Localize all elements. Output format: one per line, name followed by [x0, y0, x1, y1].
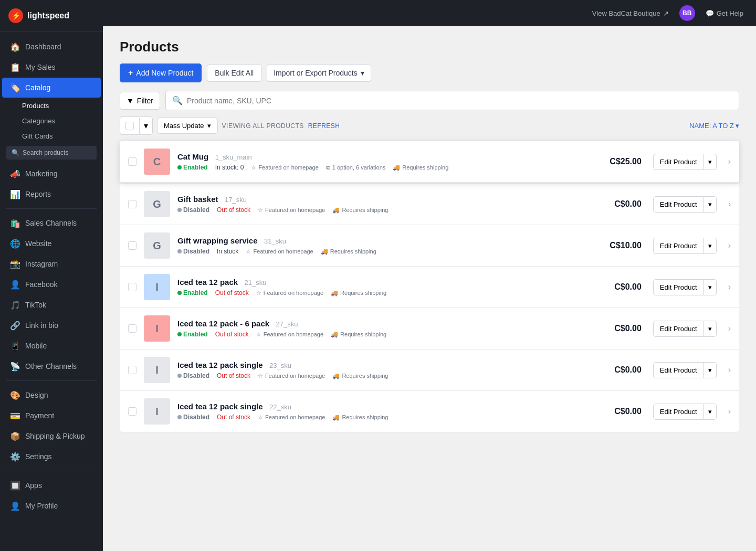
- my-sales-icon: 📋: [10, 62, 20, 72]
- logo-area[interactable]: ⚡ lightspeed: [0, 0, 103, 32]
- edit-product-dropdown[interactable]: ▾: [704, 404, 717, 420]
- search-icon: 🔍: [172, 96, 183, 105]
- product-price: C$0.00: [600, 324, 642, 333]
- product-status: Enabled: [177, 164, 208, 171]
- sidebar-item-instagram[interactable]: 📸 Instagram: [2, 254, 101, 274]
- product-sku: 21_sku: [245, 279, 267, 287]
- product-status: Enabled: [177, 331, 208, 338]
- search-products-icon: 🔍: [12, 149, 19, 156]
- sidebar-item-gift-cards[interactable]: Gift Cards: [0, 129, 103, 144]
- edit-dropdown-icon: ▾: [708, 200, 712, 208]
- action-bar: + Add New Product Bulk Edit All Import o…: [120, 63, 739, 82]
- select-all-button[interactable]: ▾: [120, 116, 153, 135]
- edit-product-dropdown[interactable]: ▾: [704, 362, 717, 378]
- row-checkbox[interactable]: [128, 157, 136, 166]
- sidebar-item-settings[interactable]: ⚙️ Settings: [2, 447, 101, 467]
- edit-product-dropdown[interactable]: ▾: [704, 196, 717, 213]
- product-thumbnail: G: [144, 191, 170, 217]
- row-checkbox[interactable]: [128, 366, 136, 374]
- sort-button[interactable]: NAME: A TO Z ▾: [689, 122, 739, 130]
- sidebar-item-tiktok[interactable]: 🎵 TikTok: [2, 295, 101, 315]
- edit-product-button[interactable]: Edit Product: [653, 279, 704, 295]
- row-checkbox[interactable]: [128, 241, 136, 250]
- product-status: Disabled: [177, 414, 209, 421]
- sidebar-item-catalog[interactable]: 🏷️ Catalog: [2, 78, 101, 98]
- filter-button[interactable]: ▼ Filter: [120, 92, 160, 110]
- product-info: Gift basket 17_sku Disabled Out of stock…: [177, 195, 592, 214]
- sidebar-item-categories[interactable]: Categories: [0, 113, 103, 129]
- star-icon: ☆: [258, 207, 263, 214]
- sidebar-item-apps[interactable]: 🔲 Apps: [2, 475, 101, 495]
- sidebar-item-facebook[interactable]: 👤 Facebook: [2, 274, 101, 294]
- checkbox-dropdown-arrow[interactable]: ▾: [140, 117, 152, 134]
- instagram-label: Instagram: [25, 260, 58, 268]
- user-avatar[interactable]: BB: [679, 5, 695, 21]
- edit-dropdown-icon: ▾: [708, 366, 712, 374]
- edit-product-button[interactable]: Edit Product: [653, 321, 704, 337]
- design-label: Design: [25, 391, 48, 399]
- row-expand-icon[interactable]: ›: [728, 157, 731, 166]
- product-thumbnail: I: [144, 398, 170, 425]
- product-name: Iced tea 12 pack single: [177, 402, 263, 411]
- edit-product-dropdown[interactable]: ▾: [704, 321, 717, 337]
- refresh-link[interactable]: REFRESH: [308, 122, 340, 130]
- product-name: Iced tea 12 pack - 6 pack: [177, 319, 269, 328]
- search-input[interactable]: [187, 97, 732, 105]
- select-all-checkbox[interactable]: [120, 118, 140, 134]
- row-checkbox[interactable]: [128, 324, 136, 333]
- search-products-box[interactable]: 🔍 Search products: [6, 146, 97, 160]
- store-link[interactable]: View BadCat Boutique ↗: [592, 9, 669, 17]
- product-meta: Disabled Out of stock ☆ Featured on home…: [177, 206, 592, 214]
- reports-icon: 📊: [10, 189, 20, 199]
- shipping-icon: 🚚: [332, 414, 340, 421]
- edit-product-dropdown[interactable]: ▾: [704, 238, 717, 254]
- search-box[interactable]: 🔍: [165, 91, 739, 110]
- edit-product-button[interactable]: Edit Product: [653, 404, 704, 420]
- edit-product-button[interactable]: Edit Product: [653, 154, 704, 170]
- bulk-edit-button[interactable]: Bulk Edit All: [207, 64, 261, 82]
- sidebar-item-shipping[interactable]: 📦 Shipping & Pickup: [2, 426, 101, 446]
- sidebar-item-marketing[interactable]: 📣 Marketing: [2, 164, 101, 184]
- row-expand-icon[interactable]: ›: [728, 282, 731, 292]
- edit-product-button[interactable]: Edit Product: [653, 196, 704, 213]
- help-link[interactable]: 💬 Get Help: [706, 9, 743, 17]
- settings-icon: ⚙️: [10, 452, 20, 461]
- sidebar-item-link-in-bio[interactable]: 🔗 Link in bio: [2, 315, 101, 335]
- product-stock: In stock: 0: [215, 164, 244, 171]
- shipping-icon: 🚚: [332, 207, 340, 214]
- sidebar-item-payment[interactable]: 💳 Payment: [2, 406, 101, 426]
- row-expand-icon[interactable]: ›: [728, 365, 731, 375]
- edit-product-button[interactable]: Edit Product: [653, 362, 704, 378]
- sidebar-item-my-sales[interactable]: 📋 My Sales: [2, 57, 101, 77]
- sidebar-item-dashboard[interactable]: 🏠 Dashboard: [2, 37, 101, 57]
- mass-update-button[interactable]: Mass Update ▾: [157, 118, 218, 134]
- import-export-button[interactable]: Import or Export Products ▾: [267, 64, 371, 82]
- sidebar-item-products[interactable]: Products: [0, 98, 103, 113]
- nav-divider-2: [6, 380, 97, 381]
- star-icon: ☆: [256, 331, 261, 338]
- sidebar-item-reports[interactable]: 📊 Reports: [2, 184, 101, 204]
- sidebar-item-mobile[interactable]: 📱 Mobile: [2, 336, 101, 356]
- row-checkbox[interactable]: [128, 283, 136, 291]
- edit-product-button[interactable]: Edit Product: [653, 238, 704, 254]
- row-checkbox[interactable]: [128, 407, 136, 416]
- gift-cards-sub-label: Gift Cards: [22, 132, 53, 140]
- row-expand-icon[interactable]: ›: [728, 407, 731, 416]
- edit-product-dropdown[interactable]: ▾: [704, 154, 717, 170]
- sidebar-item-website[interactable]: 🌐 Website: [2, 234, 101, 253]
- sidebar-item-other-channels[interactable]: 📡 Other Channels: [2, 356, 101, 376]
- variations-icon: ⧉: [326, 164, 330, 171]
- sidebar-item-sales-channels[interactable]: 🛍️ Sales Channels: [2, 213, 101, 233]
- sidebar-item-my-profile[interactable]: 👤 My Profile: [2, 496, 101, 516]
- row-expand-icon[interactable]: ›: [728, 324, 731, 333]
- status-dot: [177, 208, 182, 212]
- sidebar-item-design[interactable]: 🎨 Design: [2, 385, 101, 405]
- product-price: C$25.00: [600, 157, 642, 166]
- add-new-product-button[interactable]: + Add New Product: [120, 63, 202, 82]
- row-expand-icon[interactable]: ›: [728, 199, 731, 209]
- row-expand-icon[interactable]: ›: [728, 241, 731, 250]
- row-checkbox[interactable]: [128, 200, 136, 208]
- viewing-label: VIEWING ALL PRODUCTS REFRESH: [222, 122, 340, 130]
- search-products-label: Search products: [23, 149, 68, 156]
- edit-product-dropdown[interactable]: ▾: [704, 279, 717, 295]
